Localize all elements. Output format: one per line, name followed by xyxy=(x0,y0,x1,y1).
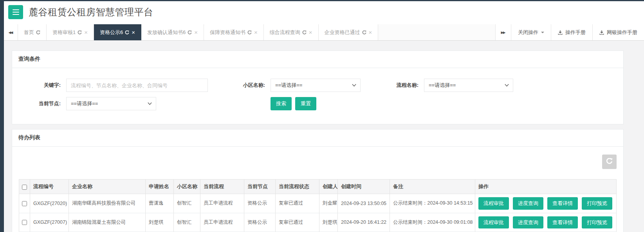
download-icon xyxy=(599,30,604,35)
tab-item[interactable]: 企业资格已通过 × xyxy=(319,24,379,40)
table-header-row: 流程编号企业名称申请姓名小区名称当前流程当前节点当前流程状态创建人创建时间备注操… xyxy=(19,180,617,194)
actions-cell: 流程审批进度查询查看详情打印预览 xyxy=(475,194,617,213)
row-checkbox[interactable] xyxy=(22,220,27,225)
tab-label: 企业资格已通过 xyxy=(325,29,360,36)
todo-list-panel: 待办列表 流程编号企业名称申请姓名小区名称当前流程当前节点当前流程状态创建人创建… xyxy=(12,129,624,232)
community-select[interactable]: ==请选择== xyxy=(271,79,361,92)
process-number-cell: GXGZF(27020) xyxy=(30,194,69,213)
current-node-cell: 资格公示 xyxy=(244,213,276,232)
view-details-button[interactable]: 查看详情 xyxy=(547,197,578,210)
todo-table: 流程编号企业名称申请姓名小区名称当前流程当前节点当前流程状态创建人创建时间备注操… xyxy=(19,179,617,232)
actions-cell: 流程审批进度查询查看详情打印预览 xyxy=(475,213,617,232)
select-all-checkbox[interactable] xyxy=(22,185,27,190)
refresh-table-button[interactable] xyxy=(602,155,617,169)
column-header: 备注 xyxy=(390,180,475,194)
refresh-icon[interactable] xyxy=(362,31,366,35)
scroll-tabs-right-icon[interactable]: ▶▶ xyxy=(495,24,511,40)
column-header: 创建人 xyxy=(319,180,338,194)
tab-label: 资格公示6 xyxy=(100,29,123,36)
query-form: 关键字: 小区名称: ==请选择== 流程名称: ==请选择== 当前 xyxy=(12,68,623,124)
progress-query-button[interactable]: 进度查询 xyxy=(513,216,543,229)
progress-query-button[interactable]: 进度查询 xyxy=(513,197,543,210)
menu-toggle-button[interactable] xyxy=(8,5,23,19)
current-process-cell: 员工申请流程 xyxy=(200,194,244,213)
column-header: 当前流程 xyxy=(200,180,244,194)
top-header: 麓谷租赁公租房智慧管理平台 xyxy=(4,0,644,24)
tab-item[interactable]: 综合流程查询 × xyxy=(264,24,319,40)
column-header: 流程编号 xyxy=(30,180,69,194)
tab-item[interactable]: 保障资格通知书 × xyxy=(204,24,264,40)
refresh-icon[interactable] xyxy=(188,31,192,35)
bank-manual-download-button[interactable]: 网银操作手册 xyxy=(592,24,644,40)
todo-section-title: 待办列表 xyxy=(12,129,623,147)
current-process-cell: 员工申请流程 xyxy=(200,213,244,232)
process-status-cell: 复审已通过 xyxy=(276,213,319,232)
search-button[interactable]: 搜索 xyxy=(271,97,292,110)
refresh-icon[interactable] xyxy=(78,31,82,35)
query-section-title: 查询条件 xyxy=(12,51,623,68)
keyword-input[interactable] xyxy=(66,79,208,92)
tab-bar-right: ▶▶ 关闭操作 操作手册 网银操作手册 xyxy=(495,24,644,40)
bank-manual-label: 网银操作手册 xyxy=(607,29,637,36)
column-header: 创建时间 xyxy=(338,180,390,194)
refresh-icon[interactable] xyxy=(125,31,129,35)
window-top-border xyxy=(0,0,644,1)
download-icon xyxy=(558,30,563,35)
process-selected-value: ==请选择== xyxy=(429,82,456,89)
column-header: 小区名称 xyxy=(174,180,200,194)
approve-workflow-button[interactable]: 流程审批 xyxy=(478,216,509,229)
reset-button[interactable]: 重置 xyxy=(295,97,316,110)
current-node-cell: 资格公示 xyxy=(244,194,276,213)
manual-download-button[interactable]: 操作手册 xyxy=(551,24,592,40)
tab-label: 保障资格通知书 xyxy=(210,29,245,36)
page-title: 麓谷租赁公租房智慧管理平台 xyxy=(29,6,153,18)
view-details-button[interactable]: 查看详情 xyxy=(547,216,578,229)
row-checkbox[interactable] xyxy=(22,201,27,206)
community-label: 小区名称: xyxy=(208,82,271,89)
tab-item[interactable]: 首页 xyxy=(18,24,47,40)
close-icon[interactable]: × xyxy=(194,29,198,35)
tab-label: 首页 xyxy=(24,29,34,36)
refresh-icon[interactable] xyxy=(302,31,307,35)
remark-cell: 公示结束时间：2024-09-30 09:01:08 xyxy=(390,213,475,232)
created-time-cell: 2024-09-20 16:41:22 xyxy=(338,213,390,232)
tab-item[interactable]: 资格公示6 × xyxy=(94,24,141,40)
tab-label: 资格审核1 xyxy=(52,29,76,36)
creator-cell: 刘金耀 xyxy=(319,194,338,213)
close-actions-dropdown[interactable]: 关闭操作 xyxy=(511,24,551,40)
company-name-cell: 湖南锦陆混凝土有限公司 xyxy=(69,213,146,232)
todo-body: 流程编号企业名称申请姓名小区名称当前流程当前节点当前流程状态创建人创建时间备注操… xyxy=(12,147,623,232)
tab-item[interactable]: 资格审核1 × xyxy=(47,24,94,40)
refresh-icon xyxy=(606,158,613,166)
scroll-tabs-left-icon[interactable]: ◀◀ xyxy=(4,24,18,40)
close-icon[interactable]: × xyxy=(254,29,258,35)
tab-label: 发放确认通知书6 xyxy=(147,29,186,36)
current-node-label: 当前节点: xyxy=(18,100,66,107)
print-preview-button[interactable]: 打印预览 xyxy=(582,216,612,229)
process-number-cell: GXGZF(27007) xyxy=(30,213,69,232)
close-icon[interactable]: × xyxy=(369,29,372,35)
refresh-icon[interactable] xyxy=(247,31,252,35)
content-area: 查询条件 关键字: 小区名称: ==请选择== 流程名称: ==请选择== xyxy=(4,41,644,232)
community-selected-value: ==请选择== xyxy=(275,82,302,89)
print-preview-button[interactable]: 打印预览 xyxy=(582,197,612,210)
remark-cell: 公示结束时间：2024-09-30 14:53:15 xyxy=(390,194,475,213)
tab-item[interactable]: 发放确认通知书6 × xyxy=(141,24,204,40)
close-icon[interactable]: × xyxy=(132,29,135,35)
chevron-down-icon xyxy=(352,84,356,87)
column-header: 企业名称 xyxy=(69,180,146,194)
creator-cell: 刘楚琪 xyxy=(319,213,338,232)
refresh-icon[interactable] xyxy=(36,31,40,35)
community-name-cell: 创智汇 xyxy=(174,194,200,213)
keyword-label: 关键字: xyxy=(18,82,66,89)
column-header: 当前节点 xyxy=(244,180,276,194)
applicant-name-cell: 曹潇逸 xyxy=(146,194,174,213)
company-name-cell: 湖南华曙高科技股份有限公司 xyxy=(69,194,146,213)
approve-workflow-button[interactable]: 流程审批 xyxy=(478,197,509,210)
process-name-select[interactable]: ==请选择== xyxy=(424,79,513,92)
current-node-select[interactable]: ==请选择== xyxy=(66,97,156,110)
close-icon[interactable]: × xyxy=(309,29,312,35)
tab-strip: 首页 资格审核1 ×资格公示6 ×发放确认通知书6 ×保障资格通知书 ×综合流程… xyxy=(18,24,378,40)
close-icon[interactable]: × xyxy=(84,29,88,35)
column-header: 操作 xyxy=(475,180,617,194)
